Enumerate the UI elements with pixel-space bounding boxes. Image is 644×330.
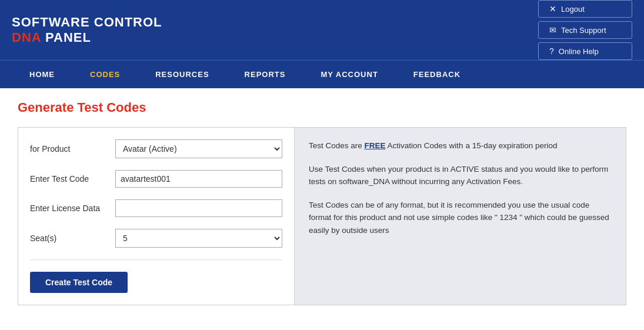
create-test-code-button[interactable]: Create Test Code bbox=[30, 272, 128, 293]
logout-label: Logout bbox=[561, 5, 585, 14]
license-row: Enter License Data bbox=[30, 199, 282, 217]
content-area: for Product Avatar (Active) Enter Test C… bbox=[18, 127, 626, 305]
form-divider bbox=[30, 259, 282, 260]
header: SOFTWARE CONTROL DNA PANEL ✕ Logout ✉ Te… bbox=[0, 0, 644, 60]
license-input[interactable] bbox=[115, 199, 282, 217]
info-line1-pre: Test Codes are bbox=[309, 141, 365, 150]
nav-resources[interactable]: RESOURCES bbox=[138, 62, 226, 87]
seats-row: Seat(s) 1 2 3 4 5 10 20 bbox=[30, 229, 282, 248]
online-help-button[interactable]: ? Online Help bbox=[538, 42, 632, 60]
tech-support-label: Tech Support bbox=[561, 26, 606, 35]
test-code-label: Enter Test Code bbox=[30, 174, 115, 184]
logo-red: DNA bbox=[12, 30, 41, 45]
main-content: Generate Test Codes for Product Avatar (… bbox=[0, 88, 644, 317]
nav-my-account[interactable]: MY ACCOUNT bbox=[303, 62, 395, 87]
info-line1: Test Codes are FREE Activation Codes wit… bbox=[309, 139, 612, 152]
product-row: for Product Avatar (Active) bbox=[30, 139, 282, 158]
logout-button[interactable]: ✕ Logout bbox=[538, 0, 632, 18]
license-label: Enter License Data bbox=[30, 204, 115, 213]
product-label: for Product bbox=[30, 144, 115, 154]
info-line2: Use Test Codes when your product is in A… bbox=[309, 163, 612, 188]
header-buttons: ✕ Logout ✉ Tech Support ? Online Help bbox=[538, 0, 632, 60]
form-section: for Product Avatar (Active) Enter Test C… bbox=[18, 128, 295, 305]
nav-feedback[interactable]: FEEDBACK bbox=[396, 62, 478, 87]
test-code-row: Enter Test Code bbox=[30, 170, 282, 188]
info-line1-post: Activation Codes with a 15-day expiratio… bbox=[386, 141, 558, 150]
info-line3: Test Codes can be of any format, but it … bbox=[309, 199, 612, 237]
mail-icon: ✉ bbox=[549, 25, 556, 35]
help-icon: ? bbox=[549, 46, 554, 56]
info-free: FREE bbox=[365, 141, 386, 150]
page-title: Generate Test Codes bbox=[18, 100, 626, 115]
logo-text: SOFTWARE CONTROL DNA PANEL bbox=[12, 15, 162, 45]
seats-label: Seat(s) bbox=[30, 234, 115, 243]
test-code-input[interactable] bbox=[115, 170, 282, 188]
main-nav: HOME CODES RESOURCES REPORTS MY ACCOUNT … bbox=[0, 60, 644, 88]
nav-codes[interactable]: CODES bbox=[72, 62, 138, 87]
nav-home[interactable]: HOME bbox=[12, 62, 72, 87]
logout-icon: ✕ bbox=[549, 4, 556, 14]
info-section: Test Codes are FREE Activation Codes wit… bbox=[295, 128, 626, 305]
online-help-label: Online Help bbox=[559, 47, 599, 56]
product-select[interactable]: Avatar (Active) bbox=[115, 139, 282, 158]
seats-select[interactable]: 1 2 3 4 5 10 20 bbox=[115, 229, 282, 248]
logo: SOFTWARE CONTROL DNA PANEL bbox=[12, 15, 162, 45]
nav-reports[interactable]: REPORTS bbox=[227, 62, 303, 87]
tech-support-button[interactable]: ✉ Tech Support bbox=[538, 21, 632, 39]
logo-panel: PANEL bbox=[41, 30, 91, 45]
